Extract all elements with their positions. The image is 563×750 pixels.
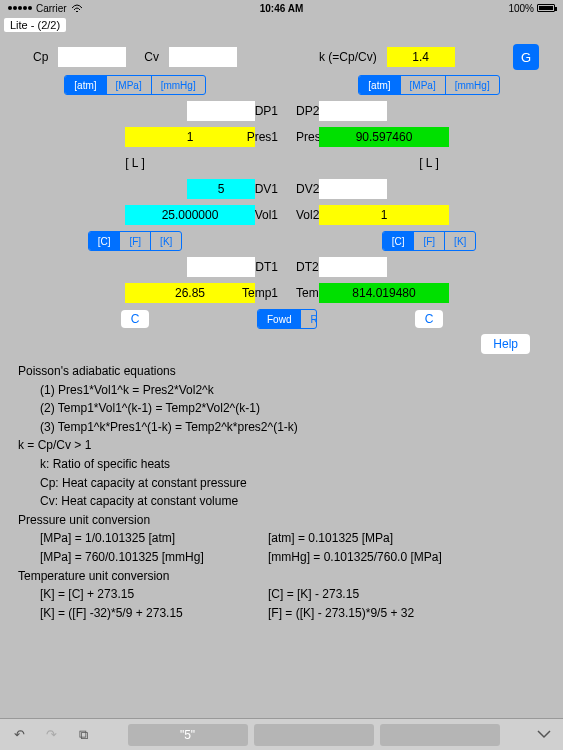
temp1-label: Temp1	[242, 286, 278, 300]
dt2-label: DT2	[296, 260, 319, 274]
vol1-label: Vol1	[255, 208, 278, 222]
k-label: k (=Cp/Cv)	[319, 50, 377, 64]
dt1-input[interactable]	[187, 257, 255, 277]
dt2-input[interactable]	[319, 257, 387, 277]
f1-button[interactable]: [F]	[120, 232, 151, 250]
battery-icon	[537, 4, 555, 12]
p2b: [mmHg] = 0.101325/760.0 [MPa]	[268, 548, 442, 567]
status-bar: Carrier 10:46 AM 100%	[0, 0, 563, 16]
direction-seg[interactable]: Fowd Revs	[257, 309, 317, 329]
p2a: [MPa] = 760/0.101325 [mmHg]	[18, 548, 268, 567]
redo-icon[interactable]: ↷	[38, 724, 64, 746]
dv2-input[interactable]	[319, 179, 387, 199]
k2-button[interactable]: [K]	[445, 232, 475, 250]
atm2-button[interactable]: [atm]	[359, 76, 400, 94]
dp1-label: DP1	[255, 104, 278, 118]
lite-indicator: Lite - (2/2)	[4, 18, 66, 32]
pressure-units-1[interactable]: [atm] [MPa] [mmHg]	[64, 75, 205, 95]
mmhg-button[interactable]: [mmHg]	[152, 76, 205, 94]
help-button[interactable]: Help	[481, 334, 530, 354]
c-button-left[interactable]: C	[121, 310, 150, 328]
g-button[interactable]: G	[513, 44, 539, 70]
cp-label: Cp	[33, 50, 48, 64]
c-button-right[interactable]: C	[415, 310, 444, 328]
vol2-value[interactable]: 1	[319, 205, 449, 225]
pressure-units-2[interactable]: [atm] [MPa] [mmHg]	[358, 75, 499, 95]
vol-unit-1: [ L ]	[125, 156, 145, 170]
t2b: [F] = ([K] - 273.15)*9/5 + 32	[268, 604, 414, 623]
cv-desc: Cv: Heat capacity at constant volume	[18, 492, 545, 511]
dv1-label: DV1	[255, 182, 278, 196]
notes-h1: Poisson's adiabatic equations	[18, 362, 545, 381]
cp-input[interactable]	[58, 47, 126, 67]
mpa-button[interactable]: [MPa]	[107, 76, 152, 94]
p1b: [atm] = 0.101325 [MPa]	[268, 529, 393, 548]
keyboard-pad-1	[254, 724, 374, 746]
notes-section: Poisson's adiabatic equations (1) Pres1*…	[0, 356, 563, 628]
undo-icon[interactable]: ↶	[6, 724, 32, 746]
dp1-input[interactable]	[187, 101, 255, 121]
t1a: [K] = [C] + 273.15	[18, 585, 268, 604]
vol-unit-2: [ L ]	[419, 156, 439, 170]
k-desc: k: Ratio of specific heats	[18, 455, 545, 474]
k-value[interactable]: 1.4	[387, 47, 455, 67]
cv-label: Cv	[144, 50, 159, 64]
dp2-input[interactable]	[319, 101, 387, 121]
dv2-label: DV2	[296, 182, 319, 196]
c2-button[interactable]: [C]	[383, 232, 415, 250]
keyboard-field[interactable]: "5"	[128, 724, 248, 746]
temp-units-1[interactable]: [C] [F] [K]	[88, 231, 183, 251]
copy-icon[interactable]: ⧉	[70, 724, 96, 746]
vol1-value[interactable]: 25.000000	[125, 205, 255, 225]
dv1-input[interactable]: 5	[187, 179, 255, 199]
eq2: (2) Temp1*Vol1^(k-1) = Temp2*Vol2^(k-1)	[18, 399, 545, 418]
fowd-button[interactable]: Fowd	[258, 310, 301, 328]
p1a: [MPa] = 1/0.101325 [atm]	[18, 529, 268, 548]
atm-button[interactable]: [atm]	[65, 76, 106, 94]
temp1-value[interactable]: 26.85	[125, 283, 255, 303]
t1b: [C] = [K] - 273.15	[268, 585, 359, 604]
c1-button[interactable]: [C]	[89, 232, 121, 250]
battery-text: 100%	[508, 3, 534, 14]
bottom-toolbar: ↶ ↷ ⧉ "5"	[0, 718, 563, 750]
revs-button[interactable]: Revs	[301, 310, 317, 328]
pres1-label: Pres1	[247, 130, 278, 144]
clock: 10:46 AM	[190, 3, 372, 14]
f2-button[interactable]: [F]	[414, 232, 445, 250]
carrier-text: Carrier	[36, 3, 67, 14]
cv-input[interactable]	[169, 47, 237, 67]
keyboard-pad-2	[380, 724, 500, 746]
notes-h2: k = Cp/Cv > 1	[18, 436, 545, 455]
vol2-label: Vol2	[296, 208, 319, 222]
temp2-value: 814.019480	[319, 283, 449, 303]
dt1-label: DT1	[255, 260, 278, 274]
eq3: (3) Temp1^k*Pres1^(1-k) = Temp2^k*pres2^…	[18, 418, 545, 437]
notes-h3: Pressure unit conversion	[18, 511, 545, 530]
mpa2-button[interactable]: [MPa]	[401, 76, 446, 94]
temp-units-2[interactable]: [C] [F] [K]	[382, 231, 477, 251]
mmhg2-button[interactable]: [mmHg]	[446, 76, 499, 94]
cp-desc: Cp: Heat capacity at constant pressure	[18, 474, 545, 493]
pres1-value[interactable]: 1	[125, 127, 255, 147]
eq1: (1) Pres1*Vol1^k = Pres2*Vol2^k	[18, 381, 545, 400]
notes-h4: Temperature unit conversion	[18, 567, 545, 586]
dp2-label: DP2	[296, 104, 319, 118]
t2a: [K] = ([F] -32)*5/9 + 273.15	[18, 604, 268, 623]
wifi-icon	[71, 4, 83, 13]
k1-button[interactable]: [K]	[151, 232, 181, 250]
dismiss-keyboard-icon[interactable]	[531, 724, 557, 746]
pres2-value: 90.597460	[319, 127, 449, 147]
